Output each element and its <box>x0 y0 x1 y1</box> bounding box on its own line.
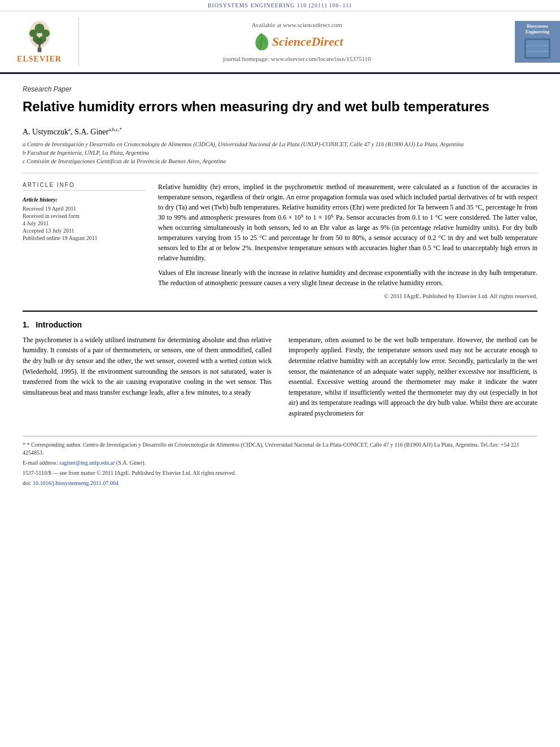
article-history-label: Article history: <box>23 196 147 203</box>
page-header: ELSEVIER Available at www.sciencedirect.… <box>0 11 560 74</box>
cover-image-icon <box>523 37 552 60</box>
sciencedirect-text: ScienceDirect <box>272 34 343 49</box>
abstract-para-1: Relative humidity (hr) errors, implied i… <box>158 182 537 263</box>
doi-label: doi: <box>23 480 32 486</box>
email-link[interactable]: saginer@ing.unlp.edu.ar <box>59 460 115 466</box>
intro-col-right: temperature, often assumed to be the wet… <box>288 335 537 419</box>
intro-heading: Introduction <box>36 320 82 329</box>
received-revised-date: 4 July 2011 <box>23 220 147 226</box>
accepted-date: Accepted 13 July 2011 <box>23 228 147 234</box>
sciencedirect-logo: ScienceDirect <box>82 31 512 53</box>
sciencedirect-header: Available at www.sciencedirect.com Scien… <box>79 19 515 65</box>
affiliation-b: b Facultad de Ingeniería, UNLP, La Plata… <box>23 150 537 156</box>
available-at-text: Available at www.sciencedirect.com <box>82 21 512 28</box>
sciencedirect-leaf-icon <box>251 31 272 53</box>
footnotes-section: * * Corresponding author. Centro de Inve… <box>23 436 537 487</box>
email-note: (S.A. Giner). <box>116 460 146 466</box>
intro-number: 1. <box>23 320 29 329</box>
intro-columns: The psychrometer is a widely utilised in… <box>23 335 537 419</box>
svg-point-9 <box>34 42 44 45</box>
intro-title: 1. Introduction <box>23 320 537 329</box>
authors-line: A. Ustymczuka, S.A. Ginera,b,c,* <box>23 126 537 137</box>
intro-text-col2: temperature, often assumed to be the wet… <box>288 335 537 419</box>
doi-link[interactable]: 10.1016/j.biosystemseng.2011.07.004 <box>33 480 119 486</box>
journal-bar: BIOSYSTEMS ENGINEERING 110 (2011) 106–11… <box>0 0 560 11</box>
author-2: S.A. Giner <box>75 128 108 136</box>
cover-title-text: Biosystems Engineering <box>518 24 557 34</box>
email-label: E-mail address: <box>23 460 58 466</box>
journal-homepage-text: journal homepage: www.elsevier.com/locat… <box>82 55 512 62</box>
article-info-column: ARTICLE INFO Article history: Received 1… <box>23 182 147 299</box>
published-date: Published online 19 August 2011 <box>23 235 147 241</box>
received-revised-label: Received in revised form <box>23 213 147 219</box>
journal-title: BIOSYSTEMS ENGINEERING 110 (2011) 106–11… <box>208 2 352 8</box>
elsevier-brand-text: ELSEVIER <box>17 55 62 64</box>
intro-col-left: The psychrometer is a widely utilised in… <box>23 335 272 419</box>
affiliation-c: c Comisión de Investigaciones Científica… <box>23 158 537 164</box>
paper-title: Relative humidity errors when measuring … <box>23 98 537 115</box>
main-content: Research Paper Relative humidity errors … <box>0 74 560 501</box>
abstract-para-2: Values of Ehr increase linearly with the… <box>158 268 537 288</box>
elsevier-logo: ELSEVIER <box>0 17 79 67</box>
abstract-column: Relative humidity (hr) errors, implied i… <box>158 182 537 299</box>
footnote-doi: doi: 10.1016/j.biosystemseng.2011.07.004 <box>23 479 537 487</box>
section-divider-1 <box>23 173 537 173</box>
intro-text-col1: The psychrometer is a widely utilised in… <box>23 335 272 398</box>
footnote-issn: 1537-5110/$ — see front matter © 2011 IA… <box>23 469 537 477</box>
article-info-header: ARTICLE INFO <box>23 182 147 191</box>
svg-rect-11 <box>526 40 549 57</box>
footnote-star: * <box>23 442 27 448</box>
received-date: Received 19 April 2011 <box>23 206 147 212</box>
elsevier-tree-icon <box>17 20 62 54</box>
article-info-abstract-section: ARTICLE INFO Article history: Received 1… <box>23 182 537 299</box>
author-2-sup: a,b,c,* <box>108 126 122 132</box>
author-1-sup: a <box>68 126 71 132</box>
author-1: A. Ustymczuk <box>23 128 68 136</box>
affiliation-a: a Centro de Investigación y Desarrollo e… <box>23 141 537 147</box>
footnote-corresponding: * * Corresponding author. Centro de Inve… <box>23 441 537 457</box>
introduction-section: 1. Introduction The psychrometer is a wi… <box>23 311 537 419</box>
section-label: Research Paper <box>23 85 537 93</box>
journal-cover-thumbnail: Biosystems Engineering <box>515 21 560 62</box>
copyright-line: © 2011 IAgrE. Published by Elsevier Ltd.… <box>158 292 537 299</box>
corresponding-author-text: * Corresponding author. Centro de Invest… <box>23 442 519 456</box>
footnote-email: E-mail address: saginer@ing.unlp.edu.ar … <box>23 459 537 467</box>
